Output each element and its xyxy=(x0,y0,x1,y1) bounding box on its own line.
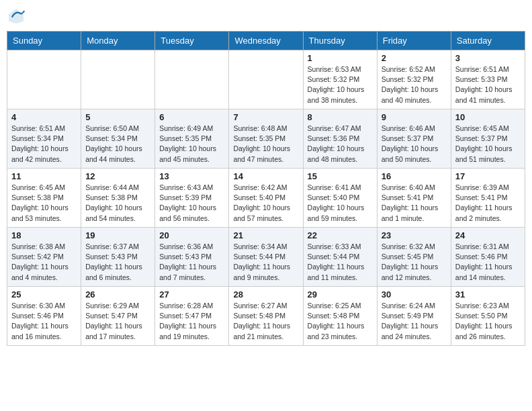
day-info: Sunrise: 6:40 AM Sunset: 5:41 PM Dayligh… xyxy=(382,183,447,224)
day-info: Sunrise: 6:36 AM Sunset: 5:43 PM Dayligh… xyxy=(159,242,224,283)
day-info: Sunrise: 6:45 AM Sunset: 5:37 PM Dayligh… xyxy=(455,124,521,165)
day-info: Sunrise: 6:42 AM Sunset: 5:40 PM Dayligh… xyxy=(233,183,298,224)
calendar-week-4: 18Sunrise: 6:38 AM Sunset: 5:42 PM Dayli… xyxy=(7,228,525,287)
day-header-thursday: Thursday xyxy=(303,32,377,50)
logo-icon xyxy=(7,7,26,26)
day-number: 25 xyxy=(11,289,77,300)
day-info: Sunrise: 6:34 AM Sunset: 5:44 PM Dayligh… xyxy=(233,242,298,283)
calendar-cell: 11Sunrise: 6:45 AM Sunset: 5:38 PM Dayli… xyxy=(7,169,81,228)
day-info: Sunrise: 6:29 AM Sunset: 5:47 PM Dayligh… xyxy=(85,301,150,342)
day-number: 26 xyxy=(85,289,150,300)
day-number: 29 xyxy=(308,289,373,300)
day-info: Sunrise: 6:51 AM Sunset: 5:34 PM Dayligh… xyxy=(11,124,77,165)
day-number: 20 xyxy=(159,230,224,240)
day-number: 7 xyxy=(233,112,298,122)
day-header-wednesday: Wednesday xyxy=(229,32,303,50)
calendar-week-2: 4Sunrise: 6:51 AM Sunset: 5:34 PM Daylig… xyxy=(7,109,525,169)
day-number: 10 xyxy=(455,112,521,122)
day-number: 1 xyxy=(308,53,373,63)
calendar-cell: 27Sunrise: 6:28 AM Sunset: 5:47 PM Dayli… xyxy=(155,287,229,346)
calendar-cell: 14Sunrise: 6:42 AM Sunset: 5:40 PM Dayli… xyxy=(229,169,303,228)
day-header-saturday: Saturday xyxy=(451,32,525,50)
day-header-friday: Friday xyxy=(377,32,451,50)
day-number: 16 xyxy=(382,171,447,181)
day-info: Sunrise: 6:37 AM Sunset: 5:43 PM Dayligh… xyxy=(85,242,150,283)
day-number: 13 xyxy=(159,171,224,181)
calendar-cell: 23Sunrise: 6:32 AM Sunset: 5:45 PM Dayli… xyxy=(377,228,451,287)
calendar-cell: 15Sunrise: 6:41 AM Sunset: 5:40 PM Dayli… xyxy=(303,169,377,228)
day-header-sunday: Sunday xyxy=(7,32,81,50)
day-info: Sunrise: 6:43 AM Sunset: 5:39 PM Dayligh… xyxy=(159,183,224,224)
calendar-cell: 13Sunrise: 6:43 AM Sunset: 5:39 PM Dayli… xyxy=(155,169,229,228)
calendar-week-1: 1Sunrise: 6:53 AM Sunset: 5:32 PM Daylig… xyxy=(7,50,525,109)
day-info: Sunrise: 6:44 AM Sunset: 5:38 PM Dayligh… xyxy=(85,183,150,224)
day-info: Sunrise: 6:48 AM Sunset: 5:35 PM Dayligh… xyxy=(233,124,298,165)
day-info: Sunrise: 6:25 AM Sunset: 5:48 PM Dayligh… xyxy=(308,301,373,342)
day-number: 24 xyxy=(455,230,521,240)
calendar-cell: 2Sunrise: 6:52 AM Sunset: 5:32 PM Daylig… xyxy=(377,50,451,109)
day-info: Sunrise: 6:47 AM Sunset: 5:36 PM Dayligh… xyxy=(308,124,373,165)
day-info: Sunrise: 6:38 AM Sunset: 5:42 PM Dayligh… xyxy=(11,242,77,283)
day-number: 27 xyxy=(159,289,224,300)
day-info: Sunrise: 6:45 AM Sunset: 5:38 PM Dayligh… xyxy=(11,183,77,224)
day-number: 4 xyxy=(11,112,77,122)
calendar-table: SundayMondayTuesdayWednesdayThursdayFrid… xyxy=(7,31,525,346)
calendar-cell: 25Sunrise: 6:30 AM Sunset: 5:46 PM Dayli… xyxy=(7,287,81,346)
calendar-cell: 10Sunrise: 6:45 AM Sunset: 5:37 PM Dayli… xyxy=(451,109,525,169)
day-info: Sunrise: 6:32 AM Sunset: 5:45 PM Dayligh… xyxy=(382,242,447,283)
day-number: 15 xyxy=(308,171,373,181)
calendar-week-3: 11Sunrise: 6:45 AM Sunset: 5:38 PM Dayli… xyxy=(7,169,525,228)
day-number: 21 xyxy=(233,230,298,240)
calendar-cell: 31Sunrise: 6:23 AM Sunset: 5:50 PM Dayli… xyxy=(451,287,525,346)
day-info: Sunrise: 6:51 AM Sunset: 5:33 PM Dayligh… xyxy=(455,64,521,105)
day-info: Sunrise: 6:53 AM Sunset: 5:32 PM Dayligh… xyxy=(308,64,373,105)
calendar-cell: 1Sunrise: 6:53 AM Sunset: 5:32 PM Daylig… xyxy=(303,50,377,109)
calendar-cell xyxy=(7,50,81,109)
day-number: 23 xyxy=(382,230,447,240)
day-number: 12 xyxy=(85,171,150,181)
day-number: 2 xyxy=(382,53,447,63)
calendar-header-row: SundayMondayTuesdayWednesdayThursdayFrid… xyxy=(7,32,525,50)
calendar-cell: 6Sunrise: 6:49 AM Sunset: 5:35 PM Daylig… xyxy=(155,109,229,169)
page-header xyxy=(7,7,525,26)
day-number: 14 xyxy=(233,171,298,181)
day-info: Sunrise: 6:33 AM Sunset: 5:44 PM Dayligh… xyxy=(308,242,373,283)
calendar-week-5: 25Sunrise: 6:30 AM Sunset: 5:46 PM Dayli… xyxy=(7,287,525,346)
calendar-cell: 4Sunrise: 6:51 AM Sunset: 5:34 PM Daylig… xyxy=(7,109,81,169)
day-info: Sunrise: 6:30 AM Sunset: 5:46 PM Dayligh… xyxy=(11,301,77,342)
calendar-cell: 19Sunrise: 6:37 AM Sunset: 5:43 PM Dayli… xyxy=(81,228,155,287)
day-number: 22 xyxy=(308,230,373,240)
calendar-cell: 17Sunrise: 6:39 AM Sunset: 5:41 PM Dayli… xyxy=(451,169,525,228)
calendar-cell: 28Sunrise: 6:27 AM Sunset: 5:48 PM Dayli… xyxy=(229,287,303,346)
day-info: Sunrise: 6:24 AM Sunset: 5:49 PM Dayligh… xyxy=(382,301,447,342)
calendar-cell xyxy=(155,50,229,109)
day-info: Sunrise: 6:49 AM Sunset: 5:35 PM Dayligh… xyxy=(159,124,224,165)
day-number: 8 xyxy=(308,112,373,122)
day-number: 17 xyxy=(455,171,521,181)
day-number: 11 xyxy=(11,171,77,181)
day-number: 19 xyxy=(85,230,150,240)
day-info: Sunrise: 6:52 AM Sunset: 5:32 PM Dayligh… xyxy=(382,64,447,105)
day-info: Sunrise: 6:23 AM Sunset: 5:50 PM Dayligh… xyxy=(455,301,521,342)
calendar-cell: 21Sunrise: 6:34 AM Sunset: 5:44 PM Dayli… xyxy=(229,228,303,287)
calendar-cell: 20Sunrise: 6:36 AM Sunset: 5:43 PM Dayli… xyxy=(155,228,229,287)
day-info: Sunrise: 6:27 AM Sunset: 5:48 PM Dayligh… xyxy=(233,301,298,342)
day-number: 9 xyxy=(382,112,447,122)
day-number: 6 xyxy=(159,112,224,122)
calendar-cell xyxy=(229,50,303,109)
calendar-cell: 5Sunrise: 6:50 AM Sunset: 5:34 PM Daylig… xyxy=(81,109,155,169)
day-info: Sunrise: 6:50 AM Sunset: 5:34 PM Dayligh… xyxy=(85,124,150,165)
calendar-cell: 9Sunrise: 6:46 AM Sunset: 5:37 PM Daylig… xyxy=(377,109,451,169)
calendar-cell xyxy=(81,50,155,109)
calendar-cell: 16Sunrise: 6:40 AM Sunset: 5:41 PM Dayli… xyxy=(377,169,451,228)
day-number: 30 xyxy=(382,289,447,300)
day-number: 28 xyxy=(233,289,298,300)
calendar-cell: 26Sunrise: 6:29 AM Sunset: 5:47 PM Dayli… xyxy=(81,287,155,346)
day-header-tuesday: Tuesday xyxy=(155,32,229,50)
calendar-cell: 29Sunrise: 6:25 AM Sunset: 5:48 PM Dayli… xyxy=(303,287,377,346)
calendar-cell: 12Sunrise: 6:44 AM Sunset: 5:38 PM Dayli… xyxy=(81,169,155,228)
day-number: 18 xyxy=(11,230,77,240)
day-info: Sunrise: 6:46 AM Sunset: 5:37 PM Dayligh… xyxy=(382,124,447,165)
svg-marker-0 xyxy=(9,9,24,24)
day-info: Sunrise: 6:41 AM Sunset: 5:40 PM Dayligh… xyxy=(308,183,373,224)
